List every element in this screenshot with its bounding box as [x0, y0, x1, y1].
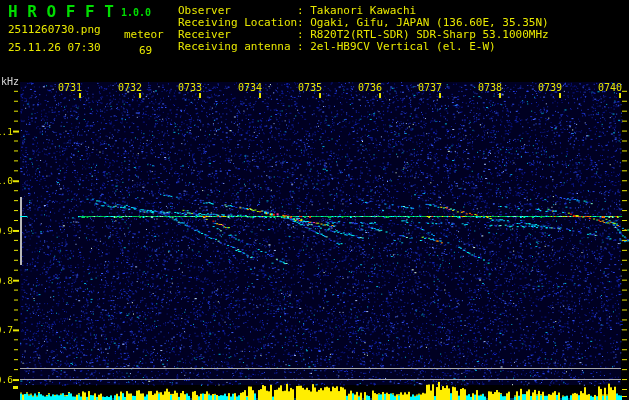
- info-label: Receiving antenna: [178, 41, 297, 52]
- hrofft-window: H R O F F T 1.0.0 2511260730.png meteor …: [0, 0, 629, 400]
- time-tick-label: 0733: [178, 82, 202, 93]
- app-version: 1.0.0: [121, 8, 151, 18]
- freq-tick-label: 0.9: [0, 225, 13, 236]
- mode-label: meteor: [124, 29, 164, 40]
- info-label: Observer: [178, 5, 297, 16]
- time-tick-label: 0740: [598, 82, 622, 93]
- info-label: Receiving Location: [178, 17, 297, 28]
- datetime-label: 25.11.26 07:30: [8, 42, 101, 53]
- freq-tick-label: 1.1: [0, 126, 13, 137]
- time-tick-label: 0732: [118, 82, 142, 93]
- time-tick-label: 0731: [58, 82, 82, 93]
- output-filename: 2511260730.png: [8, 24, 101, 35]
- time-tick-label: 0739: [538, 82, 562, 93]
- app-title: H R O F F T: [8, 4, 114, 20]
- freq-axis: 1.11.00.90.80.70.6: [0, 0, 13, 400]
- freq-tick-label: 0.7: [0, 324, 13, 335]
- info-value: : 2el-HB9CV Vertical (el. E-W): [297, 40, 496, 53]
- time-tick-label: 0736: [358, 82, 382, 93]
- freq-tick-label: 0.6: [0, 374, 13, 385]
- freq-tick-label: 0.8: [0, 275, 13, 286]
- station-info: Observer: Takanori KawachiReceiving Loca…: [178, 5, 549, 53]
- info-label: Receiver: [178, 29, 297, 40]
- echo-count: 69: [139, 45, 152, 56]
- freq-tick-label: 1.0: [0, 175, 13, 186]
- time-tick-label: 0737: [418, 82, 442, 93]
- time-tick-label: 0738: [478, 82, 502, 93]
- station-info-row: Receiving antenna: 2el-HB9CV Vertical (e…: [178, 41, 549, 53]
- time-tick-label: 0735: [298, 82, 322, 93]
- time-tick-label: 0734: [238, 82, 262, 93]
- spectrogram-canvas: [0, 0, 629, 400]
